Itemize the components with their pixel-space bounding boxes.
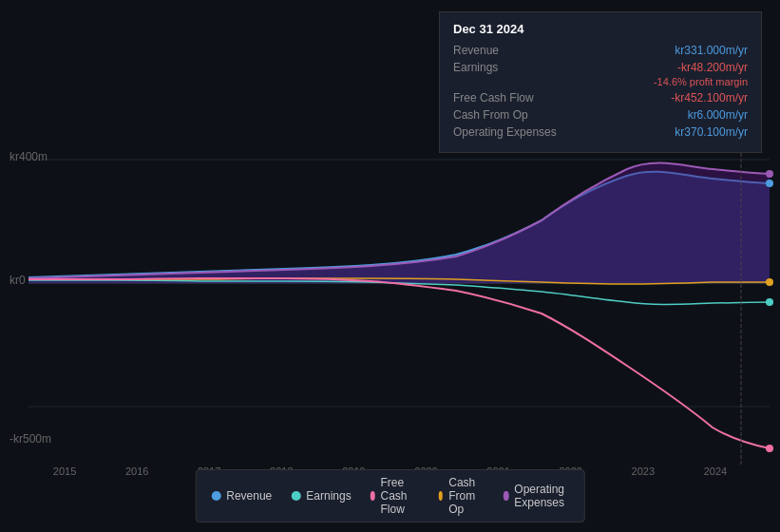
tooltip-fcf-label: Free Cash Flow xyxy=(453,91,534,104)
svg-point-8 xyxy=(766,445,773,452)
legend-dot-revenue xyxy=(211,491,220,501)
svg-point-7 xyxy=(766,170,773,178)
tooltip-earnings-label: Earnings xyxy=(453,61,498,74)
legend-label-fcf: Free Cash Flow xyxy=(381,476,420,516)
tooltip-revenue-value: kr331.000m/yr xyxy=(675,44,748,57)
x-label-2023: 2023 xyxy=(632,466,655,477)
tooltip-revenue-row: Revenue kr331.000m/yr xyxy=(453,44,748,57)
legend-label-cashop: Cash From Op xyxy=(448,476,485,516)
legend-fcf[interactable]: Free Cash Flow xyxy=(371,476,420,516)
legend-label-opex: Operating Expenses xyxy=(514,483,568,509)
tooltip-revenue-label: Revenue xyxy=(453,44,499,57)
tooltip-date: Dec 31 2024 xyxy=(453,22,748,36)
tooltip-profit-margin: -14.6% profit margin xyxy=(453,76,748,87)
tooltip-opex-row: Operating Expenses kr370.100m/yr xyxy=(453,125,748,139)
legend-revenue[interactable]: Revenue xyxy=(211,489,272,503)
legend-cashop[interactable]: Cash From Op xyxy=(438,476,485,516)
tooltip-cashop-label: Cash From Op xyxy=(453,108,528,122)
x-label-2015: 2015 xyxy=(53,466,76,477)
tooltip-fcf-value: -kr452.100m/yr xyxy=(671,91,748,104)
y-label-n500: -kr500m xyxy=(10,432,51,446)
legend-opex[interactable]: Operating Expenses xyxy=(504,483,569,509)
tooltip-cashop-value: kr6.000m/yr xyxy=(688,108,748,122)
legend-dot-opex xyxy=(504,491,508,501)
tooltip-cashop-row: Cash From Op kr6.000m/yr xyxy=(453,108,748,122)
svg-point-10 xyxy=(766,278,773,286)
svg-point-6 xyxy=(766,180,773,187)
tooltip-earnings-row: Earnings -kr48.200m/yr xyxy=(453,61,748,74)
legend-dot-earnings xyxy=(291,491,300,501)
tooltip-earnings-value: -kr48.200m/yr xyxy=(677,61,748,74)
legend-dot-fcf xyxy=(371,491,375,501)
tooltip-fcf-row: Free Cash Flow -kr452.100m/yr xyxy=(453,91,748,104)
legend-label-revenue: Revenue xyxy=(226,489,272,503)
chart-legend: Revenue Earnings Free Cash Flow Cash Fro… xyxy=(195,469,585,522)
legend-earnings[interactable]: Earnings xyxy=(291,489,351,503)
x-label-2024: 2024 xyxy=(704,466,727,477)
tooltip-opex-value: kr370.100m/yr xyxy=(675,125,748,139)
svg-point-9 xyxy=(766,298,773,306)
data-tooltip: Dec 31 2024 Revenue kr331.000m/yr Earnin… xyxy=(439,11,762,153)
y-label-0: kr0 xyxy=(10,274,26,287)
tooltip-opex-label: Operating Expenses xyxy=(453,125,557,139)
legend-label-earnings: Earnings xyxy=(306,489,351,503)
y-label-400: kr400m xyxy=(10,150,48,163)
chart-container: kr400m kr0 -kr500m 2015 2016 2017 2018 2… xyxy=(0,0,780,532)
legend-dot-cashop xyxy=(438,491,443,501)
x-label-2016: 2016 xyxy=(125,466,148,477)
